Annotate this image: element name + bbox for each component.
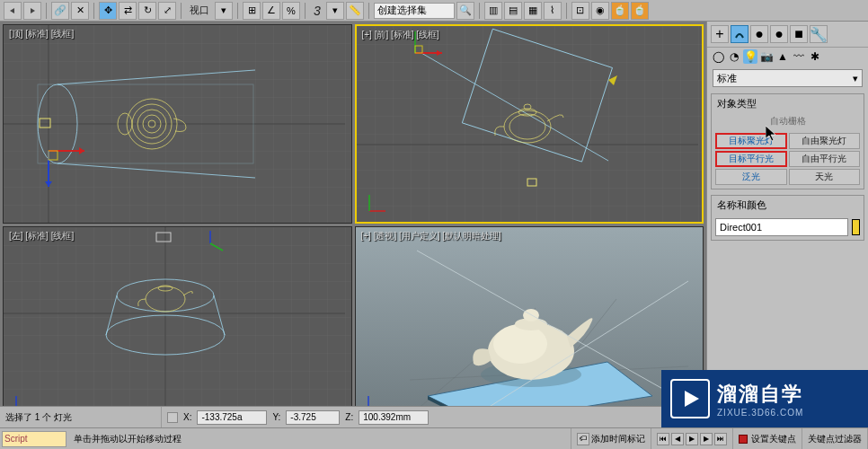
play-prev-button[interactable]: ◀ xyxy=(671,433,684,445)
create-tab[interactable]: + xyxy=(711,25,729,43)
viewport-perspective[interactable]: [+] [透视] [用户定义] [默认明暗处理] xyxy=(355,226,704,426)
persp-scene xyxy=(356,227,704,425)
svg-point-57 xyxy=(523,309,539,321)
object-name-input[interactable] xyxy=(715,218,848,236)
search-icon[interactable]: 🔍 xyxy=(456,2,474,20)
watermark-title: 溜溜自学 xyxy=(717,381,803,408)
schematic-button[interactable]: ⊡ xyxy=(571,2,589,20)
link-button[interactable]: 🔗 xyxy=(51,2,69,20)
free-spot-button[interactable]: 自由聚光灯 xyxy=(789,133,861,149)
vp-persp-label: [+] [透视] [用户定义] [默认明暗处理] xyxy=(361,230,501,242)
watermark-url: ZIXUE.3D66.COM xyxy=(717,408,803,418)
layers-button[interactable]: ▦ xyxy=(524,2,542,20)
svg-point-55 xyxy=(493,324,547,364)
chevron-down-icon: ▾ xyxy=(853,73,858,84)
helpers-icon[interactable]: ▲ xyxy=(775,49,790,64)
time-tag-icon[interactable]: 🏷 xyxy=(577,433,589,445)
keyfilter-label[interactable]: 关键点过滤器 xyxy=(802,428,868,449)
play-next-button[interactable]: ▶ xyxy=(700,433,713,445)
target-direct-button[interactable]: 目标平行光 xyxy=(715,151,787,167)
cameras-icon[interactable]: 📷 xyxy=(759,49,774,64)
autogrid-label[interactable]: 自动栅格 xyxy=(712,113,864,129)
main-toolbar: 🔗 ✕ ✥ ⇄ ↻ ⤢ 视口 ▾ ⊞ ∠ % 3 ▾ 📏 🔍 ▥ ▤ ▦ ⌇ ⊡… xyxy=(0,0,868,22)
utilities-tab[interactable]: 🔧 xyxy=(810,25,828,43)
viewport-top[interactable]: [顶] [标准] [线框] xyxy=(3,24,352,224)
setkey-label[interactable]: 设置关键点 xyxy=(751,433,796,445)
watermark: 溜溜自学 ZIXUE.3D66.COM xyxy=(661,370,868,427)
mirror-button[interactable]: ▥ xyxy=(484,2,502,20)
play-button[interactable]: ▶ xyxy=(686,433,698,445)
watermark-logo xyxy=(670,379,710,418)
viewport-area: [顶] [标准] [线框] xyxy=(0,22,706,427)
svg-marker-63 xyxy=(685,391,699,407)
skylight-button[interactable]: 天光 xyxy=(789,169,861,185)
omni-button[interactable]: 泛光 xyxy=(715,169,787,185)
viewport-front[interactable]: [+] [前] [标准] [线框] xyxy=(355,24,704,224)
unlink-button[interactable]: ✕ xyxy=(71,2,89,20)
undo-button[interactable] xyxy=(4,2,22,20)
cursor-icon xyxy=(766,126,778,142)
snap-3[interactable]: 3 xyxy=(310,4,324,18)
display-tab[interactable]: ■ xyxy=(790,25,808,43)
material-button[interactable]: ◉ xyxy=(591,2,609,20)
object-color-swatch[interactable] xyxy=(852,219,860,235)
play-end-button[interactable]: ⏭ xyxy=(714,433,727,445)
viewport-label: 视口 xyxy=(186,4,213,17)
rotate-button[interactable]: ↻ xyxy=(138,2,156,20)
spacewarps-icon[interactable]: 〰 xyxy=(792,49,806,64)
scale-button[interactable]: ⤢ xyxy=(158,2,176,20)
select-button[interactable]: ✥ xyxy=(99,2,117,20)
y-coord-input[interactable] xyxy=(286,410,340,425)
create-subcategories: ◯ ◔ 💡 📷 ▲ 〰 ✱ xyxy=(707,48,868,66)
grid-left xyxy=(4,227,351,425)
hierarchy-tab[interactable]: ● xyxy=(750,25,768,43)
viewport-left[interactable]: [左] [标准] [线框] xyxy=(3,226,352,426)
viewport-dropdown[interactable]: ▾ xyxy=(215,2,233,20)
y-label: Y: xyxy=(272,412,280,422)
namecolor-title: 名称和颜色 xyxy=(712,196,864,215)
svg-marker-64 xyxy=(766,126,775,141)
align-button[interactable]: ▤ xyxy=(504,2,522,20)
snap-toggle[interactable]: ⊞ xyxy=(243,2,261,20)
z-label: Z: xyxy=(345,412,353,422)
lights-icon[interactable]: 💡 xyxy=(743,49,757,64)
light-type-dropdown[interactable]: 标准 ▾ xyxy=(713,69,863,87)
lock-icon[interactable] xyxy=(167,412,178,423)
vp-top-label: [顶] [标准] [线框] xyxy=(9,28,74,40)
dropdown-value: 标准 xyxy=(717,72,737,85)
addtime-label[interactable]: 添加时间标记 xyxy=(591,433,645,445)
play-start-button[interactable]: ⏮ xyxy=(657,433,669,445)
name-color-rollout: 名称和颜色 xyxy=(711,195,864,241)
percent-snap[interactable]: % xyxy=(282,2,300,20)
render-button[interactable]: 🍵 xyxy=(631,2,649,20)
z-coord-input[interactable] xyxy=(359,410,429,425)
geometry-icon[interactable]: ◯ xyxy=(711,49,725,64)
modify-tab[interactable] xyxy=(731,25,748,43)
svg-rect-19 xyxy=(357,26,703,222)
autokey-toggle[interactable] xyxy=(739,435,748,444)
prompt-hint: 单击并拖动以开始移动过程 xyxy=(68,428,571,449)
x-coord-input[interactable] xyxy=(197,410,267,425)
objtype-title: 对象类型 xyxy=(712,94,864,113)
vp-left-label: [左] [标准] [线框] xyxy=(9,230,74,242)
move-button[interactable]: ⇄ xyxy=(119,2,137,20)
vp-front-label: [+] [前] [标准] [线框] xyxy=(362,29,439,41)
selection-set-dropdown[interactable] xyxy=(374,3,455,19)
command-panel-tabs: + ● ● ■ 🔧 xyxy=(707,22,868,48)
free-direct-button[interactable]: 自由平行光 xyxy=(789,151,861,167)
selection-status: 选择了 1 个 灯光 xyxy=(0,407,162,427)
shapes-icon[interactable]: ◔ xyxy=(727,49,741,64)
curve-editor-button[interactable]: ⌇ xyxy=(544,2,562,20)
render-setup-button[interactable]: 🍵 xyxy=(611,2,629,20)
svg-rect-35 xyxy=(4,227,351,425)
snap-opts[interactable]: ▾ xyxy=(326,2,344,20)
maxscript-input[interactable]: Script xyxy=(2,431,66,447)
motion-tab[interactable]: ● xyxy=(770,25,788,43)
grid-front xyxy=(357,26,703,222)
angle-snap[interactable]: ∠ xyxy=(262,2,280,20)
redo-button[interactable] xyxy=(23,2,41,20)
systems-icon[interactable]: ✱ xyxy=(808,49,822,64)
ruler-icon[interactable]: 📏 xyxy=(346,2,364,20)
x-label: X: xyxy=(183,412,191,422)
grid-top xyxy=(4,25,351,223)
